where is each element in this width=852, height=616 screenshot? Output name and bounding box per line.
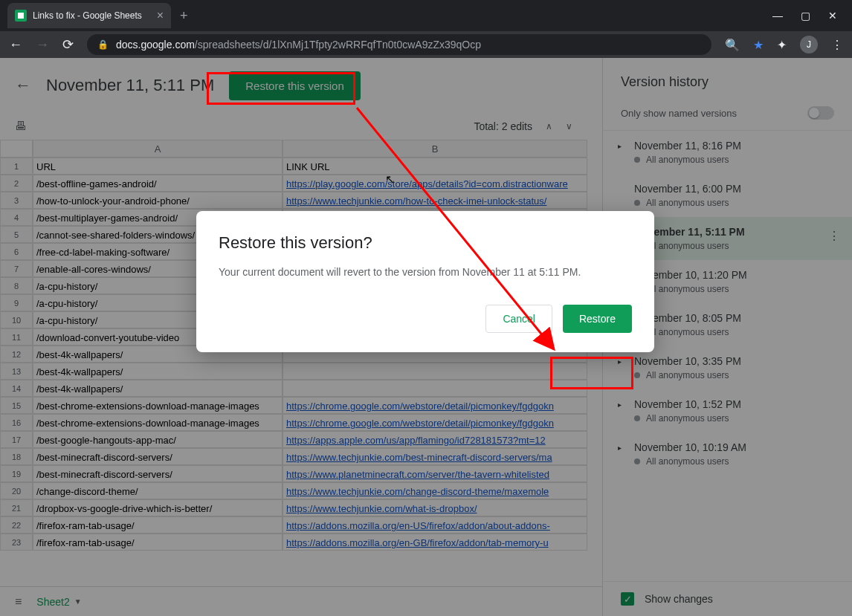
column-header[interactable]: B [283, 140, 587, 158]
sheet-tab[interactable]: Sheet2▼ [36, 596, 81, 608]
row-header[interactable]: 16 [0, 414, 33, 431]
cell[interactable]: https://www.techjunkie.com/what-is-dropb… [283, 499, 587, 516]
row-header[interactable]: 4 [0, 209, 33, 226]
cell[interactable]: https://addons.mozilla.org/en-US/firefox… [283, 516, 587, 534]
cell[interactable]: https://play.google.com/store/apps/detai… [283, 175, 587, 192]
row-header[interactable]: 10 [0, 311, 33, 328]
url-input[interactable]: 🔒 docs.google.com/spreadsheets/d/1lXnMj1… [87, 34, 711, 55]
named-versions-switch[interactable] [807, 106, 834, 120]
cell[interactable]: /firefox-ram-tab-usage/ [33, 534, 283, 551]
row-header[interactable]: 15 [0, 397, 33, 414]
expand-icon[interactable]: ▸ [618, 357, 627, 366]
expand-icon[interactable]: ▸ [618, 444, 627, 452]
browser-tab[interactable]: Links to fix - Google Sheets × [7, 3, 171, 28]
row-header[interactable]: 18 [0, 448, 33, 465]
row-header[interactable]: 20 [0, 482, 33, 499]
restore-confirm-dialog: Restore this version? Your current docum… [196, 211, 654, 352]
cell[interactable] [283, 380, 587, 397]
cell[interactable]: /change-discord-theme/ [33, 482, 283, 499]
profile-avatar[interactable]: J [800, 36, 818, 54]
back-arrow-icon[interactable]: ← [15, 76, 31, 95]
row-header[interactable]: 1 [0, 158, 33, 175]
version-header: ← November 11, 5:11 PM Restore this vers… [0, 58, 602, 113]
sidebar-title: Version history [603, 58, 852, 100]
window-controls: — ▢ ✕ [772, 10, 852, 22]
cancel-button[interactable]: Cancel [485, 305, 552, 333]
row-header[interactable]: 13 [0, 363, 33, 380]
cell[interactable]: https://chrome.google.com/webstore/detai… [283, 414, 587, 431]
next-edit-icon[interactable]: ∨ [566, 121, 572, 132]
expand-icon[interactable]: ▸ [618, 401, 627, 409]
row-header[interactable]: 3 [0, 192, 33, 209]
version-users: All anonymous users [646, 456, 729, 467]
row-header[interactable]: 11 [0, 328, 33, 346]
row-header[interactable]: 23 [0, 534, 33, 551]
back-icon[interactable]: ← [9, 37, 22, 53]
cell[interactable]: https://www.techjunkie.com/best-minecraf… [283, 448, 587, 465]
dropdown-icon[interactable]: ▼ [74, 597, 82, 606]
cell[interactable]: https://chrome.google.com/webstore/detai… [283, 397, 587, 414]
spreadsheet-grid[interactable]: AB1URLLINK URL2/best-offline-games-andro… [0, 140, 602, 586]
print-icon[interactable]: 🖶 [15, 120, 27, 133]
cell[interactable] [283, 363, 587, 380]
new-tab-button[interactable]: + [180, 8, 188, 24]
cell[interactable]: /best-google-hangouts-app-mac/ [33, 431, 283, 448]
show-changes-checkbox[interactable]: ✓ [621, 592, 634, 606]
maximize-icon[interactable]: ▢ [801, 10, 810, 22]
row-header[interactable]: 2 [0, 175, 33, 192]
extensions-icon[interactable]: ✦ [777, 38, 787, 52]
cell[interactable]: /best-4k-wallpapers/ [33, 380, 283, 397]
cell[interactable]: /best-minecraft-discord-servers/ [33, 465, 283, 482]
cell[interactable]: https://www.planetminecraft.com/server/t… [283, 465, 587, 482]
version-item[interactable]: ▸November 10, 10:19 AMAll anonymous user… [603, 432, 852, 476]
cell[interactable]: /best-4k-wallpapers/ [33, 363, 283, 380]
restore-version-button[interactable]: Restore this version [229, 71, 361, 100]
row-header[interactable]: 6 [0, 243, 33, 260]
row-header[interactable]: 9 [0, 294, 33, 311]
cell[interactable]: /best-offline-games-android/ [33, 175, 283, 192]
version-date: November 10, 3:35 PM [634, 355, 741, 367]
version-users: All anonymous users [646, 370, 729, 380]
row-header[interactable]: 19 [0, 465, 33, 482]
cell[interactable]: https://www.techjunkie.com/how-to-check-… [283, 192, 587, 209]
bookmark-star-icon[interactable]: ★ [753, 38, 764, 52]
cell[interactable]: /how-to-unlock-your-android-phone/ [33, 192, 283, 209]
row-header[interactable]: 17 [0, 431, 33, 448]
row-header[interactable]: 12 [0, 346, 33, 363]
version-users: All anonymous users [646, 241, 729, 251]
more-icon[interactable]: ⋮ [828, 229, 840, 243]
row-header[interactable]: 14 [0, 380, 33, 397]
version-item[interactable]: ▸November 10, 3:35 PMAll anonymous users [603, 346, 852, 389]
browser-titlebar: Links to fix - Google Sheets × + — ▢ ✕ [0, 0, 852, 31]
all-sheets-icon[interactable]: ≡ [15, 595, 22, 609]
prev-edit-icon[interactable]: ∧ [546, 121, 552, 132]
corner-cell[interactable] [0, 140, 33, 158]
cell[interactable]: https://www.techjunkie.com/change-discor… [283, 482, 587, 499]
expand-icon[interactable]: ▸ [618, 142, 627, 150]
cell[interactable]: URL [33, 158, 283, 175]
cell[interactable]: https://addons.mozilla.org/en-GB/firefox… [283, 534, 587, 551]
cell[interactable]: /best-chrome-extensions-download-manage-… [33, 414, 283, 431]
zoom-icon[interactable]: 🔍 [725, 38, 740, 52]
cell[interactable]: /dropbox-vs-google-drive-which-is-better… [33, 499, 283, 516]
row-header[interactable]: 8 [0, 277, 33, 294]
reload-icon[interactable]: ⟳ [62, 36, 74, 53]
restore-button[interactable]: Restore [563, 305, 632, 333]
close-tab-icon[interactable]: × [157, 9, 164, 22]
cell[interactable]: /best-minecraft-discord-servers/ [33, 448, 283, 465]
cell[interactable]: /firefox-ram-tab-usage/ [33, 516, 283, 534]
cell[interactable]: LINK URL [283, 158, 587, 175]
cell[interactable]: /best-chrome-extensions-download-manage-… [33, 397, 283, 414]
column-header[interactable]: A [33, 140, 283, 158]
close-window-icon[interactable]: ✕ [828, 10, 837, 22]
named-versions-toggle-row: Only show named versions [603, 100, 852, 131]
cell[interactable]: https://apps.apple.com/us/app/flamingo/i… [283, 431, 587, 448]
row-header[interactable]: 21 [0, 499, 33, 516]
row-header[interactable]: 7 [0, 260, 33, 277]
version-item[interactable]: ▸November 10, 1:52 PMAll anonymous users [603, 389, 852, 432]
row-header[interactable]: 22 [0, 516, 33, 534]
row-header[interactable]: 5 [0, 226, 33, 243]
minimize-icon[interactable]: — [772, 10, 783, 22]
browser-menu-icon[interactable]: ⋮ [831, 38, 843, 52]
version-item[interactable]: ▸November 11, 8:16 PMAll anonymous users [603, 131, 852, 174]
